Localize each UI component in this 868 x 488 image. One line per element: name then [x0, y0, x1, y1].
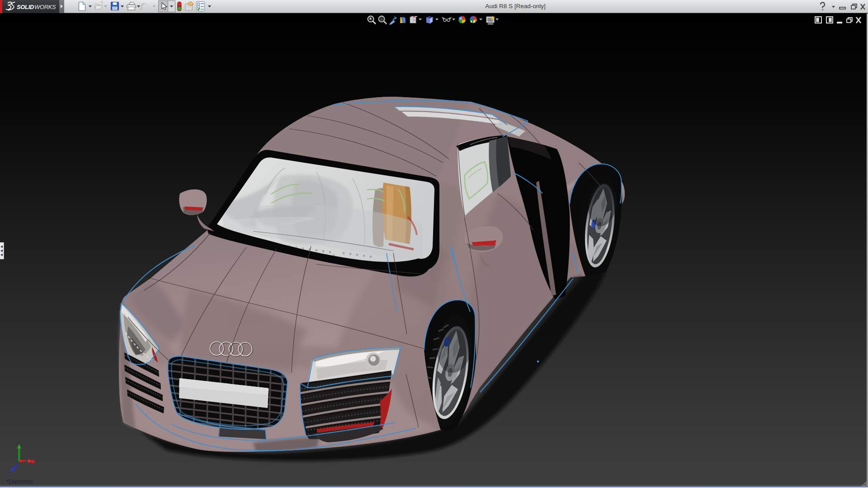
svg-text:SOLID: SOLID — [17, 4, 34, 10]
svg-text:WORKS: WORKS — [34, 4, 56, 10]
svg-text:Z: Z — [6, 471, 10, 476]
